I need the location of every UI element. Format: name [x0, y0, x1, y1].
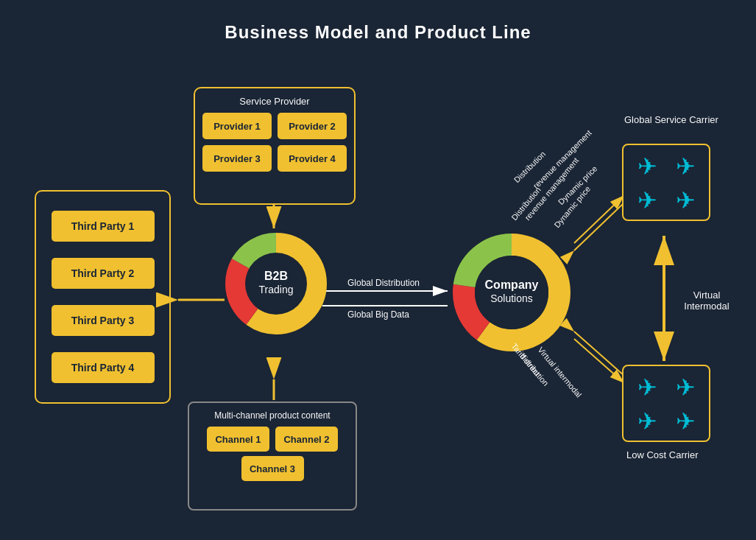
low-cost-carrier-box: ✈ ✈ ✈ ✈	[622, 365, 710, 442]
channel-2-button[interactable]: Channel 2	[275, 427, 338, 452]
company-solutions-donut: Company Solutions	[448, 228, 576, 360]
channel-1-button[interactable]: Channel 1	[207, 427, 269, 452]
channel-row-2: Channel 3	[241, 456, 304, 481]
b2b-trading-donut: B2B Trading	[221, 228, 331, 342]
plane-icon-7: ✈	[631, 407, 663, 435]
provider-1-button[interactable]: Provider 1	[202, 113, 272, 139]
multichannel-title: Multi-channel product content	[214, 410, 330, 421]
provider-3-button[interactable]: Provider 3	[202, 145, 272, 172]
channel-3-button[interactable]: Channel 3	[241, 456, 304, 481]
plane-icon-1: ✈	[631, 152, 663, 180]
virtual-intermodal-label: Virtual Intermodal	[670, 290, 743, 312]
plane-icon-3: ✈	[631, 186, 663, 214]
third-party-4-button[interactable]: Third Party 4	[52, 352, 155, 383]
svg-text:Trading: Trading	[259, 284, 294, 295]
third-party-3-button[interactable]: Third Party 3	[52, 305, 155, 336]
third-party-container: Third Party 1 Third Party 2 Third Party …	[35, 190, 171, 404]
plane-icon-5: ✈	[631, 374, 663, 402]
service-provider-grid: Provider 1 Provider 2 Provider 3 Provide…	[202, 113, 347, 172]
svg-line-14	[574, 332, 624, 376]
provider-2-button[interactable]: Provider 2	[278, 113, 347, 139]
third-party-2-button[interactable]: Third Party 2	[52, 258, 155, 289]
third-party-1-button[interactable]: Third Party 1	[52, 211, 155, 242]
global-distribution-label: Global Distribution	[347, 278, 420, 288]
global-service-carrier-title: Global Service Carrier	[624, 114, 718, 125]
svg-text:B2B: B2B	[264, 270, 288, 282]
channel-row-1: Channel 1 Channel 2	[207, 427, 338, 452]
global-big-data-label: Global Big Data	[347, 309, 409, 320]
low-cost-carrier-title: Low Cost Carrier	[626, 449, 699, 460]
svg-text:Company: Company	[485, 278, 539, 291]
plane-icon-4: ✈	[669, 186, 702, 214]
provider-4-button[interactable]: Provider 4	[278, 145, 347, 172]
plane-icon-2: ✈	[669, 152, 702, 180]
svg-line-12	[574, 203, 624, 250]
svg-line-11	[574, 195, 624, 243]
svg-text:Distribution: Distribution	[509, 185, 543, 222]
service-provider-container: Service Provider Provider 1 Provider 2 P…	[194, 87, 356, 205]
svg-text:Solutions: Solutions	[490, 292, 533, 304]
multichannel-container: Multi-channel product content Channel 1 …	[188, 402, 357, 511]
dynamic-price-label: Dynamic price	[557, 164, 599, 206]
plane-icon-6: ✈	[669, 374, 702, 402]
global-service-carrier-box: ✈ ✈ ✈ ✈	[622, 144, 710, 221]
page-title: Business Model and Product Line	[0, 0, 756, 43]
service-provider-title: Service Provider	[239, 96, 309, 107]
plane-icon-8: ✈	[669, 407, 702, 435]
svg-line-13	[574, 339, 624, 383]
